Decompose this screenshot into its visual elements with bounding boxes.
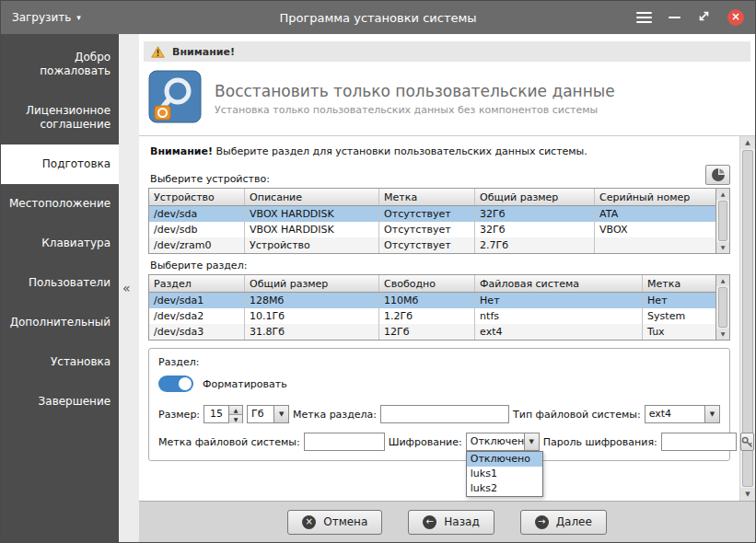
cell-serial: ATA <box>595 206 715 222</box>
sidebar-item-additional[interactable]: Дополнительный <box>1 303 119 342</box>
scroll-down-icon[interactable]: ▼ <box>740 488 755 501</box>
back-arrow-icon: ← <box>423 515 436 529</box>
dropdown-option-luks2[interactable]: luks2 <box>467 481 542 496</box>
notice-text: Выберите раздел для установки пользовате… <box>213 145 587 157</box>
partition-label-label: Метка раздела: <box>293 409 377 421</box>
cell-size: 32Гб <box>475 206 595 222</box>
partition-table-scrollbar[interactable]: ▲ ▼ <box>715 275 729 340</box>
size-stepper[interactable]: 15 ▲ ▼ <box>204 405 243 423</box>
cell-device: /dev/sda <box>149 206 245 222</box>
warning-banner-label: Внимание! <box>172 46 235 58</box>
sidebar-collapse-button[interactable]: « <box>122 281 131 295</box>
stepper-up-icon[interactable]: ▲ <box>229 406 242 414</box>
page-title: Восстановить только пользовательские дан… <box>215 82 615 100</box>
encryption-select[interactable]: Отключено ▼ <box>466 433 540 451</box>
cell-label: Отсутствует <box>379 237 475 253</box>
load-menu-button[interactable]: Загрузить ▾ <box>12 11 81 24</box>
sidebar-item-install[interactable]: Установка <box>1 342 119 382</box>
device-row-zram0[interactable]: /dev/zram0 Устройство Отсутствует 2.7Гб <box>149 237 715 253</box>
next-arrow-icon: → <box>535 515 549 529</box>
size-unit-value: Гб <box>248 406 273 422</box>
column-header[interactable]: Описание <box>245 189 379 205</box>
partition-row-sda3[interactable]: /dev/sda3 31.8Гб 12Гб ext4 Tux <box>149 324 715 340</box>
cell-description: VBOX HARDDISK <box>245 206 379 222</box>
column-header[interactable]: Свободно <box>379 275 475 292</box>
cell-size: 128Мб <box>245 293 379 308</box>
page-header: Восстановить только пользовательские дан… <box>139 65 755 135</box>
load-menu-label: Загрузить <box>12 11 71 24</box>
show-password-button[interactable] <box>740 433 754 451</box>
scroll-up-icon[interactable]: ▲ <box>716 189 729 200</box>
chevron-down-icon: ▾ <box>76 13 81 22</box>
chevron-down-icon: ▼ <box>524 433 539 450</box>
column-header[interactable]: Раздел <box>149 275 245 292</box>
fs-label-label: Метка файловой системы: <box>158 436 300 448</box>
cell-description: Устройство <box>245 237 379 253</box>
cell-device: /dev/zram0 <box>149 237 245 253</box>
warning-triangle-icon <box>151 46 165 58</box>
disk-usage-button[interactable] <box>705 165 730 185</box>
installer-logo-icon <box>148 70 202 127</box>
column-header[interactable]: Метка <box>379 189 475 205</box>
sidebar-item-finish[interactable]: Завершение <box>1 382 119 422</box>
partition-notice: Внимание! Выберите раздел для установки … <box>150 145 730 157</box>
format-toggle[interactable] <box>158 375 193 392</box>
device-table-header-row: Устройство Описание Метка Общий размер С… <box>149 189 715 206</box>
partition-section-label: Выберите раздел: <box>150 260 247 272</box>
dropdown-option-disabled[interactable]: Отключено <box>467 452 542 467</box>
device-row-sda[interactable]: /dev/sda VBOX HARDDISK Отсутствует 32Гб … <box>149 206 715 222</box>
scroll-down-icon[interactable]: ▼ <box>716 329 729 340</box>
cancel-button[interactable]: × Отмена <box>287 510 382 535</box>
password-input[interactable] <box>661 433 737 451</box>
sidebar-gutter: « <box>119 34 139 542</box>
encryption-dropdown-list: Отключено luks1 luks2 <box>466 451 543 497</box>
back-button-label: Назад <box>444 515 479 528</box>
scroll-up-icon[interactable]: ▲ <box>740 136 755 149</box>
close-button[interactable]: × <box>727 9 744 26</box>
column-header[interactable]: Метка <box>643 275 715 292</box>
dropdown-option-luks1[interactable]: luks1 <box>467 467 542 481</box>
cancel-button-label: Отмена <box>323 515 367 528</box>
partition-label-input[interactable] <box>380 405 509 423</box>
size-label: Размер: <box>158 409 200 421</box>
maximize-button[interactable] <box>697 9 711 27</box>
partition-groupbox: Раздел: Форматировать Размер: 15 ▲ <box>148 348 730 461</box>
fs-label-input[interactable] <box>304 433 385 451</box>
column-header[interactable]: Файловая система <box>475 275 643 292</box>
sidebar-item-welcome[interactable]: Добро пожаловать <box>1 38 119 91</box>
partition-row-sda1[interactable]: /dev/sda1 128Мб 110Мб Нет Нет <box>149 293 715 308</box>
fs-type-select[interactable]: ext4 ▼ <box>645 405 720 423</box>
device-table-scrollbar[interactable]: ▲ ▼ <box>715 189 729 253</box>
cell-label: Tux <box>643 324 715 340</box>
size-unit-select[interactable]: Гб ▼ <box>247 405 289 423</box>
scroll-down-icon[interactable]: ▼ <box>716 242 729 253</box>
column-header[interactable]: Устройство <box>149 189 245 205</box>
next-button[interactable]: → Далее <box>520 510 607 535</box>
cell-label: Отсутствует <box>379 206 475 222</box>
column-header[interactable]: Общий размер <box>475 189 595 205</box>
cell-serial: VBOX <box>595 222 715 237</box>
groupbox-title: Раздел: <box>158 356 720 368</box>
steps-sidebar: Добро пожаловать Лицензионное соглашение… <box>1 34 119 542</box>
cell-size: 2.7Гб <box>475 237 595 253</box>
back-button[interactable]: ← Назад <box>408 510 494 535</box>
sidebar-item-location[interactable]: Местоположение <box>1 184 119 224</box>
sidebar-item-keyboard[interactable]: Клавиатура <box>1 224 119 263</box>
chevron-down-icon: ▼ <box>704 406 719 422</box>
column-header[interactable]: Общий размер <box>245 275 379 292</box>
hamburger-menu-icon[interactable] <box>636 9 652 26</box>
cell-partition: /dev/sda3 <box>149 324 245 340</box>
sidebar-item-license[interactable]: Лицензионное соглашение <box>1 91 119 144</box>
scrollbar-thumb[interactable] <box>718 201 727 241</box>
partition-row-sda2[interactable]: /dev/sda2 10.1Гб 1.2Гб ntfs System <box>149 308 715 324</box>
column-header[interactable]: Серийный номер <box>595 189 715 205</box>
minimize-button[interactable] <box>669 17 680 18</box>
format-toggle-label: Форматировать <box>203 378 287 390</box>
stepper-down-icon[interactable]: ▼ <box>229 414 242 423</box>
scrollbar-thumb[interactable] <box>718 287 727 328</box>
scroll-up-icon[interactable]: ▲ <box>716 275 729 286</box>
sidebar-item-users[interactable]: Пользователи <box>1 263 119 303</box>
sidebar-item-preparation[interactable]: Подготовка <box>1 144 119 184</box>
cell-free: 110Мб <box>379 293 475 308</box>
device-row-sdb[interactable]: /dev/sdb VBOX HARDDISK Отсутствует 32Гб … <box>149 222 715 237</box>
